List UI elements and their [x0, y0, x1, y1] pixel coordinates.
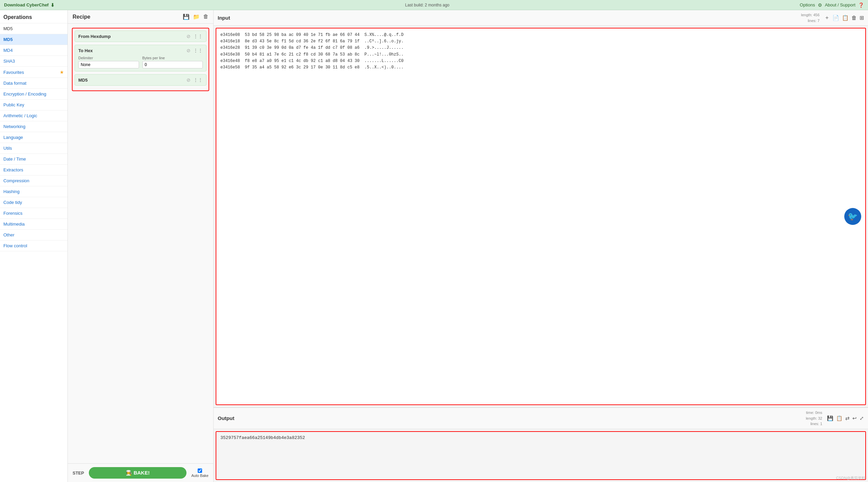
autobake-label: Auto Bake: [191, 474, 209, 478]
delete-recipe-icon[interactable]: 🗑: [203, 14, 209, 20]
output-meta-lines: lines: 1: [806, 421, 822, 427]
bake-button[interactable]: 🧑‍🍳 BAKE!: [89, 467, 186, 479]
to-hex-label: To Hex: [78, 48, 93, 53]
sidebar-item-public-key[interactable]: Public Key: [0, 100, 67, 110]
output-copy-icon[interactable]: 📋: [836, 415, 843, 421]
open-recipe-icon[interactable]: 📁: [193, 14, 200, 20]
sidebar-item-utils[interactable]: Utils: [0, 143, 67, 154]
output-meta: time: 0ms length: 32 lines: 1: [806, 410, 822, 427]
input-delete-icon[interactable]: 🗑: [851, 15, 857, 21]
sidebar-item-compression[interactable]: Compression: [0, 175, 67, 186]
recipe-title: Recipe: [73, 14, 90, 20]
delimiter-input[interactable]: [78, 61, 139, 68]
input-paste-icon[interactable]: 📋: [842, 15, 849, 21]
md5-disable-icon[interactable]: ⊘: [186, 77, 191, 83]
output-undo-icon[interactable]: ↩: [852, 415, 857, 421]
recipe-step-to-hex-header: To Hex ⊘ ⋮⋮: [78, 48, 203, 53]
sidebar: Operations MD5 MD5 MD4 SHA3 Favourites ★…: [0, 10, 68, 482]
save-recipe-icon[interactable]: 💾: [183, 14, 190, 20]
to-hex-drag-icon[interactable]: ⋮⋮: [193, 48, 203, 53]
io-panel-container: Input length: 456 lines: 7 ＋ 📄 📋 🗑 ⊞: [214, 10, 868, 482]
bytes-per-line-input[interactable]: [142, 61, 203, 68]
sidebar-item-code-tidy[interactable]: Code tidy: [0, 197, 67, 208]
sidebar-item-favourites[interactable]: Favourites ★: [0, 67, 67, 78]
sidebar-item-md5-active[interactable]: MD5: [0, 34, 67, 45]
sidebar-item-sha3[interactable]: SHA3: [0, 56, 67, 67]
to-hex-disable-icon[interactable]: ⊘: [186, 48, 191, 53]
recipe-footer: STEP 🧑‍🍳 BAKE! Auto Bake: [68, 463, 213, 482]
from-hexdump-icons: ⊘ ⋮⋮: [186, 34, 203, 39]
sidebar-item-data-format[interactable]: Data format: [0, 78, 67, 89]
input-panel: Input length: 456 lines: 7 ＋ 📄 📋 🗑 ⊞: [214, 10, 868, 407]
sidebar-item-date-time[interactable]: Date / Time: [0, 154, 67, 165]
sidebar-item-language[interactable]: Language: [0, 132, 67, 143]
bytes-per-line-param: Bytes per line: [142, 56, 203, 68]
sidebar-item-other[interactable]: Other: [0, 230, 67, 240]
sidebar-item-encryption-encoding[interactable]: Encryption / Encoding: [0, 89, 67, 100]
output-save-icon[interactable]: 💾: [827, 415, 833, 421]
from-hexdump-disable-icon[interactable]: ⊘: [186, 34, 191, 39]
sidebar-item-networking[interactable]: Networking: [0, 121, 67, 132]
download-icon: ⬇: [51, 2, 55, 8]
sidebar-item-arithmetic-logic[interactable]: Arithmetic / Logic: [0, 110, 67, 121]
output-meta-length: length: 32: [806, 416, 822, 421]
build-info: Last build: 2 months ago: [405, 3, 450, 7]
recipe-step-from-hexdump: From Hexdump ⊘ ⋮⋮: [75, 30, 206, 42]
download-section[interactable]: Download CyberChef ⬇: [4, 2, 55, 8]
help-icon[interactable]: ❓: [858, 2, 864, 8]
autobake-group: Auto Bake: [191, 468, 209, 478]
autobake-checkbox[interactable]: [198, 468, 202, 473]
output-icons: 💾 📋 ⇄ ↩ ⤢: [827, 415, 864, 421]
input-meta-lines: lines: 7: [801, 18, 820, 24]
csdn-watermark: CSDN@番茄资料: [836, 476, 865, 481]
download-label[interactable]: Download CyberChef: [4, 2, 48, 7]
output-title: Output: [218, 415, 234, 421]
delimiter-param: Delimiter: [78, 56, 139, 68]
output-panel: Output time: 0ms length: 32 lines: 1 💾 📋…: [214, 407, 868, 482]
output-expand-icon[interactable]: ⤢: [860, 415, 864, 421]
input-title: Input: [218, 15, 230, 21]
recipe-steps-container: From Hexdump ⊘ ⋮⋮ To Hex ⊘ ⋮⋮: [72, 28, 209, 91]
recipe-content: From Hexdump ⊘ ⋮⋮ To Hex ⊘ ⋮⋮: [68, 24, 213, 463]
topbar-right: Options ⚙ About / Support ❓: [800, 2, 864, 8]
recipe-toolbar: 💾 📁 🗑: [183, 14, 209, 20]
sidebar-item-forensics[interactable]: Forensics: [0, 208, 67, 219]
input-area-wrapper: e3416e08 53 bd 58 25 98 ba ac 09 40 1e 7…: [214, 26, 868, 407]
options-label[interactable]: Options: [800, 2, 815, 7]
about-label[interactable]: About / Support: [825, 2, 855, 7]
input-header: Input length: 456 lines: 7 ＋ 📄 📋 🗑 ⊞: [214, 10, 868, 26]
md5-drag-icon[interactable]: ⋮⋮: [193, 77, 203, 83]
gear-icon[interactable]: ⚙: [818, 2, 822, 8]
recipe-step-md5-header: MD5 ⊘ ⋮⋮: [78, 77, 203, 83]
step-button[interactable]: STEP: [73, 470, 84, 476]
input-open-icon[interactable]: 📄: [832, 15, 839, 21]
sidebar-item-md5-search[interactable]: MD5: [0, 23, 67, 34]
sidebar-item-hashing[interactable]: Hashing: [0, 186, 67, 197]
output-content: 3529757faea66a25149b4db4e3a82352: [216, 431, 866, 480]
input-add-icon[interactable]: ＋: [824, 14, 830, 21]
from-hexdump-label: From Hexdump: [78, 34, 111, 39]
output-switch-icon[interactable]: ⇄: [845, 415, 850, 421]
to-hex-icons: ⊘ ⋮⋮: [186, 48, 203, 53]
sidebar-item-md4[interactable]: MD4: [0, 45, 67, 56]
input-tabs-icon[interactable]: ⊞: [860, 15, 864, 21]
recipe-panel: Recipe 💾 📁 🗑 From Hexdump ⊘ ⋮⋮: [68, 10, 214, 482]
input-icons: ＋ 📄 📋 🗑 ⊞: [824, 14, 864, 21]
sidebar-item-multimedia[interactable]: Multimedia: [0, 219, 67, 230]
input-meta-length: length: 456: [801, 12, 820, 18]
sidebar-item-extractors[interactable]: Extractors: [0, 165, 67, 175]
input-text[interactable]: e3416e08 53 bd 58 25 98 ba ac 09 40 1e 7…: [216, 28, 866, 405]
input-meta: length: 456 lines: 7: [801, 12, 820, 23]
recipe-step-md5: MD5 ⊘ ⋮⋮: [75, 74, 206, 86]
output-meta-time: time: 0ms: [806, 410, 822, 416]
star-icon: ★: [60, 69, 64, 75]
main-layout: Operations MD5 MD5 MD4 SHA3 Favourites ★…: [0, 10, 868, 482]
bytes-per-line-label: Bytes per line: [142, 56, 203, 60]
topbar: Download CyberChef ⬇ Last build: 2 month…: [0, 0, 868, 10]
recipe-header: Recipe 💾 📁 🗑: [68, 10, 213, 24]
output-header: Output time: 0ms length: 32 lines: 1 💾 📋…: [214, 407, 868, 429]
sidebar-item-flow-control[interactable]: Flow control: [0, 240, 67, 251]
cyberchef-bird-icon: 🐦: [844, 208, 861, 225]
recipe-step-to-hex: To Hex ⊘ ⋮⋮ Delimiter Bytes per line: [75, 45, 206, 71]
from-hexdump-drag-icon[interactable]: ⋮⋮: [193, 34, 203, 39]
